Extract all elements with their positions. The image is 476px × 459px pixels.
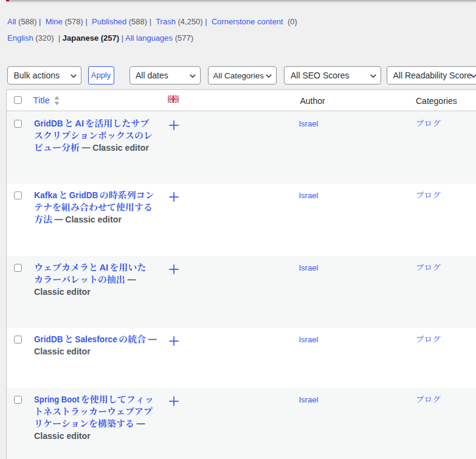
svg-text:Classic editor: Classic editor — [65, 214, 122, 224]
svg-text:Classic editor: Classic editor — [34, 286, 91, 297]
svg-text:AI: AI — [99, 262, 108, 272]
svg-text:AI: AI — [75, 118, 84, 128]
svg-text:Kafka: Kafka — [34, 190, 58, 200]
svg-text:Classic editor: Classic editor — [92, 142, 149, 153]
svg-text:Classic editor: Classic editor — [34, 430, 91, 441]
svg-text:GridDB: GridDB — [34, 334, 63, 344]
svg-text:Classic editor: Classic editor — [34, 346, 91, 356]
svg-text:Salesforce: Salesforce — [75, 334, 117, 344]
svg-text:GridDB: GridDB — [34, 118, 63, 128]
svg-text:Spring Boot: Spring Boot — [34, 394, 80, 404]
svg-text:GridDB: GridDB — [69, 190, 98, 200]
